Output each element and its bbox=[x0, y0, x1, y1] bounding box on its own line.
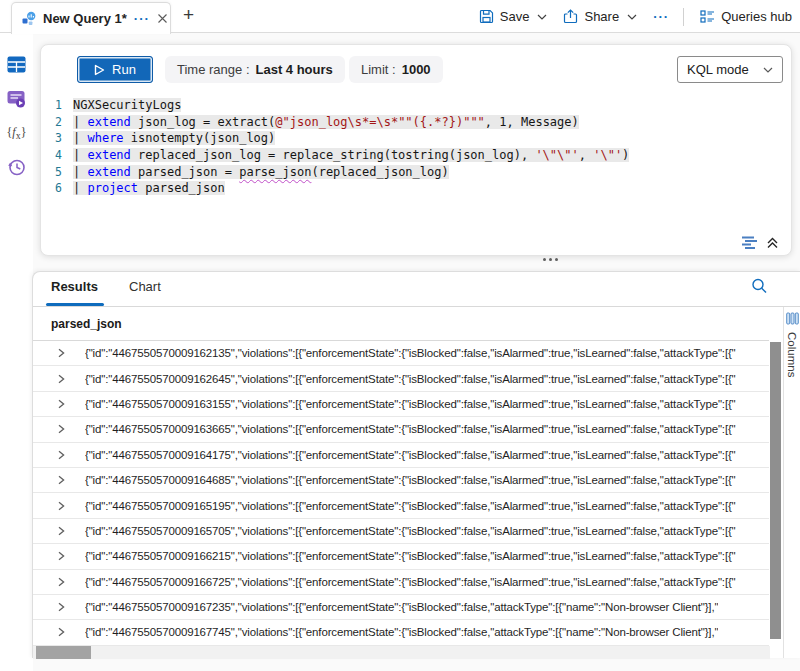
saved-scripts-icon[interactable] bbox=[7, 89, 26, 108]
save-label: Save bbox=[500, 9, 530, 24]
functions-icon[interactable]: {fx} bbox=[7, 124, 26, 143]
code-line[interactable]: 1NGXSecurityLogs bbox=[41, 97, 785, 114]
expand-row-icon[interactable] bbox=[56, 450, 66, 460]
run-label: Run bbox=[112, 62, 136, 77]
code-lines[interactable]: 1NGXSecurityLogs2| extend json_log = ext… bbox=[41, 97, 785, 197]
table-row[interactable]: {"id":"4467550570009164685","violations"… bbox=[33, 468, 769, 493]
row-json-text: {"id":"4467550570009164175","violations"… bbox=[85, 449, 736, 461]
code-line[interactable]: 4| extend replaced_json_log = replace_st… bbox=[41, 147, 785, 164]
tab-more-icon[interactable]: ··· bbox=[134, 12, 150, 25]
tab-close-icon[interactable] bbox=[157, 13, 168, 24]
line-number: 3 bbox=[41, 131, 73, 145]
format-query-icon[interactable] bbox=[741, 236, 757, 249]
table-explorer-icon[interactable] bbox=[7, 55, 26, 74]
table-row[interactable]: {"id":"4467550570009162135","violations"… bbox=[33, 341, 769, 366]
expand-row-icon[interactable] bbox=[56, 348, 66, 358]
results-tab-bar: Results Chart bbox=[33, 272, 800, 307]
line-number: 5 bbox=[41, 165, 73, 179]
row-json-text: {"id":"4467550570009163155","violations"… bbox=[85, 398, 736, 410]
column-header-row[interactable]: parsed_json bbox=[33, 307, 769, 341]
line-number: 1 bbox=[41, 98, 73, 112]
code-text: | extend replaced_json_log = replace_str… bbox=[73, 148, 629, 162]
new-tab-button[interactable]: + bbox=[183, 4, 194, 26]
actions-divider bbox=[683, 8, 684, 26]
row-json-text: {"id":"4467550570009165705","violations"… bbox=[85, 525, 736, 537]
expand-row-icon[interactable] bbox=[56, 501, 66, 511]
expand-row-icon[interactable] bbox=[56, 577, 66, 587]
table-row[interactable]: {"id":"4467550570009167235","violations"… bbox=[33, 595, 769, 620]
horizontal-scrollbar[interactable] bbox=[33, 646, 770, 659]
columns-icon bbox=[786, 312, 799, 325]
row-json-text: {"id":"4467550570009167235","violations"… bbox=[85, 601, 718, 613]
columns-panel-label: Columns bbox=[786, 332, 798, 377]
table-row[interactable]: {"id":"4467550570009165705","violations"… bbox=[33, 519, 769, 544]
queries-hub-button[interactable]: Queries hub bbox=[700, 9, 792, 24]
code-line[interactable]: 5| extend parsed_json = parse_json(repla… bbox=[41, 163, 785, 180]
app-icon bbox=[21, 11, 37, 27]
horizontal-scrollbar-thumb[interactable] bbox=[36, 646, 91, 659]
app-window: Save Share ··· bbox=[0, 0, 800, 671]
search-icon[interactable] bbox=[751, 278, 768, 295]
row-json-text: {"id":"4467550570009166725","violations"… bbox=[85, 576, 736, 588]
queries-hub-label: Queries hub bbox=[721, 9, 792, 24]
functions-fx-glyph: {fx} bbox=[7, 125, 27, 141]
row-json-text: {"id":"4467550570009166215","violations"… bbox=[85, 550, 736, 562]
row-json-text: {"id":"4467550570009164685","violations"… bbox=[85, 474, 736, 486]
share-label: Share bbox=[584, 9, 619, 24]
vertical-scrollbar-thumb[interactable] bbox=[770, 342, 781, 639]
limit-pill[interactable]: Limit : 1000 bbox=[349, 56, 443, 83]
query-tab[interactable]: New Query 1* ··· bbox=[11, 2, 171, 34]
table-row[interactable]: {"id":"4467550570009166215","violations"… bbox=[33, 544, 769, 569]
time-range-label: Time range : bbox=[177, 62, 250, 77]
code-text: | extend json_log = extract(@"json_log\s… bbox=[73, 115, 579, 129]
table-row[interactable]: {"id":"4467550570009164175","violations"… bbox=[33, 443, 769, 468]
expand-row-icon[interactable] bbox=[56, 602, 66, 612]
table-row[interactable]: {"id":"4467550570009162645","violations"… bbox=[33, 366, 769, 391]
expand-row-icon[interactable] bbox=[56, 399, 66, 409]
expand-row-icon[interactable] bbox=[56, 374, 66, 384]
query-history-icon[interactable] bbox=[7, 158, 26, 177]
save-icon bbox=[479, 9, 494, 24]
code-line[interactable]: 2| extend json_log = extract(@"json_log\… bbox=[41, 114, 785, 131]
left-sidebar: {fx} bbox=[0, 33, 33, 671]
tab-results[interactable]: Results bbox=[51, 279, 98, 294]
expand-row-icon[interactable] bbox=[56, 526, 66, 536]
expand-row-icon[interactable] bbox=[56, 551, 66, 561]
kql-mode-chevron-down-icon bbox=[763, 67, 773, 73]
editor-tools bbox=[741, 236, 779, 249]
row-json-text: {"id":"4467550570009167745","violations"… bbox=[85, 626, 718, 638]
kql-mode-select[interactable]: KQL mode bbox=[677, 56, 783, 83]
expand-row-icon[interactable] bbox=[56, 475, 66, 485]
more-actions-button[interactable]: ··· bbox=[653, 10, 669, 23]
collapse-editor-icon[interactable] bbox=[766, 237, 779, 249]
table-row[interactable]: {"id":"4467550570009163665","violations"… bbox=[33, 417, 769, 442]
table-row[interactable]: {"id":"4467550570009167745","violations"… bbox=[33, 620, 769, 645]
code-line[interactable]: 3| where isnotempty(json_log) bbox=[41, 130, 785, 147]
results-panel: Results Chart parsed_json {"id":"4467550… bbox=[32, 271, 800, 658]
panel-resize-handle[interactable] bbox=[543, 258, 558, 261]
table-row[interactable]: {"id":"4467550570009166725","violations"… bbox=[33, 570, 769, 595]
share-icon bbox=[563, 9, 578, 24]
save-chevron-down-icon[interactable] bbox=[537, 14, 547, 20]
code-text: NGXSecurityLogs bbox=[73, 98, 181, 112]
active-tab-underline bbox=[46, 303, 104, 306]
table-row[interactable]: {"id":"4467550570009165195","violations"… bbox=[33, 493, 769, 518]
code-text: | project parsed_json bbox=[73, 181, 225, 195]
save-button[interactable]: Save bbox=[479, 9, 548, 24]
row-json-text: {"id":"4467550570009163665","violations"… bbox=[85, 423, 736, 435]
share-button[interactable]: Share bbox=[563, 9, 637, 24]
table-row[interactable]: {"id":"4467550570009163155","violations"… bbox=[33, 392, 769, 417]
share-chevron-down-icon[interactable] bbox=[627, 14, 637, 20]
time-range-value: Last 4 hours bbox=[256, 62, 333, 77]
code-text: | extend parsed_json = parse_json(replac… bbox=[73, 165, 449, 179]
query-editor-card: Run Time range : Last 4 hours Limit : 10… bbox=[40, 44, 792, 256]
vertical-scrollbar[interactable] bbox=[770, 342, 781, 645]
time-range-pill[interactable]: Time range : Last 4 hours bbox=[165, 56, 345, 83]
run-button[interactable]: Run bbox=[77, 56, 153, 83]
code-line[interactable]: 6| project parsed_json bbox=[41, 180, 785, 197]
line-number: 2 bbox=[41, 115, 73, 129]
tab-chart[interactable]: Chart bbox=[129, 279, 161, 294]
expand-row-icon[interactable] bbox=[56, 424, 66, 434]
expand-row-icon[interactable] bbox=[56, 627, 66, 637]
columns-panel-tab[interactable]: Columns bbox=[783, 307, 800, 658]
